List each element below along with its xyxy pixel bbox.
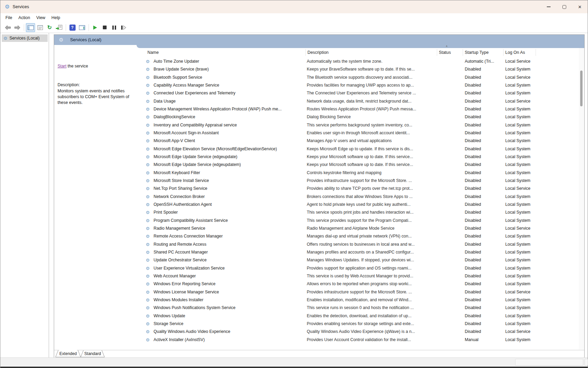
vertical-scrollbar[interactable] [579,48,584,350]
service-name: Remote Access Connection Manager [154,232,303,240]
service-description: Brokers connections that allow Windows S… [307,193,435,201]
menu-view[interactable]: View [33,13,48,22]
window-title: Services [13,0,29,13]
service-gear-icon: ⚙ [146,137,152,145]
help-button[interactable]: ? [68,23,77,32]
show-console-tree-button[interactable] [26,23,35,32]
pause-service-button[interactable] [110,23,119,32]
service-startup-type: Disabled [465,201,503,209]
minimize-button[interactable] [541,0,556,13]
table-row[interactable]: ⚙Microsoft Edge Elevation Service (Micro… [54,145,579,153]
service-startup-type: Disabled [465,177,503,185]
table-row[interactable]: ⚙Inventory and Compatibility Appraisal s… [54,121,579,129]
service-gear-icon: ⚙ [146,280,152,288]
table-row[interactable]: ⚙Microsoft Store Install ServiceProvides… [54,177,579,185]
table-row[interactable]: ⚙Program Compatibility Assistant Service… [54,217,579,225]
export-list-button[interactable] [54,23,64,32]
service-description: Provides ability to share TCP ports over… [307,185,435,193]
show-action-pane-button[interactable] [77,23,86,32]
column-divider[interactable] [463,49,463,56]
table-row[interactable]: ⚙Bluetooth Support ServiceThe Bluetooth … [54,74,579,81]
service-description: Allows errors to be reported when progra… [307,280,435,288]
menu-help[interactable]: Help [48,13,63,22]
table-row[interactable]: ⚙ActiveX Installer (AxInstSV)Provides Us… [54,336,579,344]
column-divider[interactable] [305,49,306,56]
action-pane-icon [79,25,85,30]
table-row[interactable]: ⚙User Experience Virtualization ServiceP… [54,264,579,272]
service-name: Microsoft Account Sign-in Assistant [154,129,303,137]
menu-file[interactable]: File [2,13,15,22]
tab-standard[interactable]: Standard [80,350,105,357]
close-button[interactable]: ✕ [572,0,588,13]
table-row[interactable]: ⚙Microsoft Account Sign-in AssistantEnab… [54,129,579,137]
table-row[interactable]: ⚙Microsoft Edge Update Service (edgeupda… [54,153,579,161]
column-header-name[interactable]: Name [147,48,159,57]
column-header-description[interactable]: Description [307,48,329,57]
service-name: Microsoft Edge Update Service (edgeupdat… [154,153,303,161]
service-startup-type: Disabled [465,113,503,121]
refresh-button[interactable]: ↻ [45,23,54,32]
back-button[interactable] [3,23,12,32]
scrollbar-thumb[interactable] [580,71,583,106]
tab-label: Standard [80,350,105,357]
table-row[interactable]: ⚙Windows License Manager ServiceProvides… [54,288,579,296]
maximize-button[interactable] [556,0,572,13]
table-row[interactable]: ⚙Update Orchestrator ServiceManages Wind… [54,256,579,264]
table-row[interactable]: ⚙Network Connection BrokerBrokers connec… [54,193,579,201]
table-row[interactable]: ⚙Auto Time Zone UpdaterAutomatically set… [54,58,579,65]
service-startup-type: Disabled [465,65,503,73]
table-row[interactable]: ⚙Net.Tcp Port Sharing ServiceProvides ab… [54,185,579,193]
table-row[interactable]: ⚙Windows Modules InstallerEnables instal… [54,296,579,304]
column-divider[interactable] [437,49,437,56]
column-divider[interactable] [503,49,504,56]
service-gear-icon: ⚙ [146,288,152,296]
table-row[interactable]: ⚙Microsoft App-V ClientManages App-V use… [54,137,579,145]
table-row[interactable]: ⚙Windows UpdateEnables the detection, do… [54,312,579,320]
service-log-on-as: Local System [505,201,560,209]
table-row[interactable]: ⚙OpenSSH Authentication AgentAgent to ho… [54,201,579,209]
table-row[interactable]: ⚙Device Management Wireless Application … [54,105,579,113]
table-row[interactable]: ⚙Connected User Experiences and Telemetr… [54,89,579,97]
table-row[interactable]: ⚙Web Account ManagerThis service is used… [54,272,579,280]
table-row[interactable]: ⚙Storage ServiceProvides enabling servic… [54,320,579,328]
column-header-log-on-as[interactable]: Log On As [505,48,525,57]
start-service-button[interactable] [91,23,100,32]
service-log-on-as: Local System [505,272,560,280]
column-header-startup-type[interactable]: Startup Type [465,48,489,57]
tree-item-services-local[interactable]: ⚙ Services (Local) [2,34,48,42]
table-row[interactable]: ⚙Brave Update Service (brave)Keeps your … [54,65,579,73]
service-gear-icon: ⚙ [146,312,152,320]
forward-button[interactable] [13,23,22,32]
service-description: Manages profiles and accounts on a Share… [307,248,435,256]
table-row[interactable]: ⚙Print SpoolerThis service spools print … [54,209,579,216]
service-startup-type: Disabled [465,145,503,153]
service-description: Provides infrastructure support for the … [307,177,435,185]
tab-extended[interactable]: Extended [55,350,81,357]
restart-service-button[interactable] [119,23,128,32]
table-row[interactable]: ⚙Microsoft Edge Update Service (edgeupda… [54,161,579,169]
column-header-status[interactable]: Status [439,48,451,57]
table-row[interactable]: ⚙Capability Access Manager ServiceProvid… [54,81,579,89]
service-gear-icon: ⚙ [146,336,152,344]
table-row[interactable]: ⚙Shared PC Account ManagerManages profil… [54,248,579,256]
table-row[interactable]: ⚙Remote Access Connection ManagerManages… [54,232,579,240]
menu-action[interactable]: Action [15,13,33,22]
service-log-on-as: Local System [505,161,560,169]
service-description: Enables user sign-in through Microsoft a… [307,129,435,137]
table-row[interactable]: ⚙Data UsageNetwork data usage, data limi… [54,97,579,105]
service-startup-type: Disabled [465,185,503,193]
table-row[interactable]: ⚙DialogBlockingServiceDialog Blocking Se… [54,113,579,121]
column-divider[interactable] [536,49,536,56]
table-row[interactable]: ⚙Microsoft Keyboard FilterControls keyst… [54,169,579,177]
service-startup-type: Disabled [465,248,503,256]
table-row[interactable]: ⚙Windows Push Notifications System Servi… [54,304,579,312]
service-description: Manages App-V users and virtual applicat… [307,137,435,145]
stop-service-button[interactable] [100,23,109,32]
service-name: Data Usage [154,97,303,105]
table-row[interactable]: ⚙Radio Management ServiceRadio Managemen… [54,225,579,232]
table-row[interactable]: ⚙Windows Error Reporting ServiceAllows e… [54,280,579,288]
table-row[interactable]: ⚙Routing and Remote AccessOffers routing… [54,241,579,248]
properties-button[interactable] [35,23,45,32]
table-row[interactable]: ⚙Quality Windows Audio Video ExperienceQ… [54,328,579,336]
stop-service-icon [103,26,107,29]
